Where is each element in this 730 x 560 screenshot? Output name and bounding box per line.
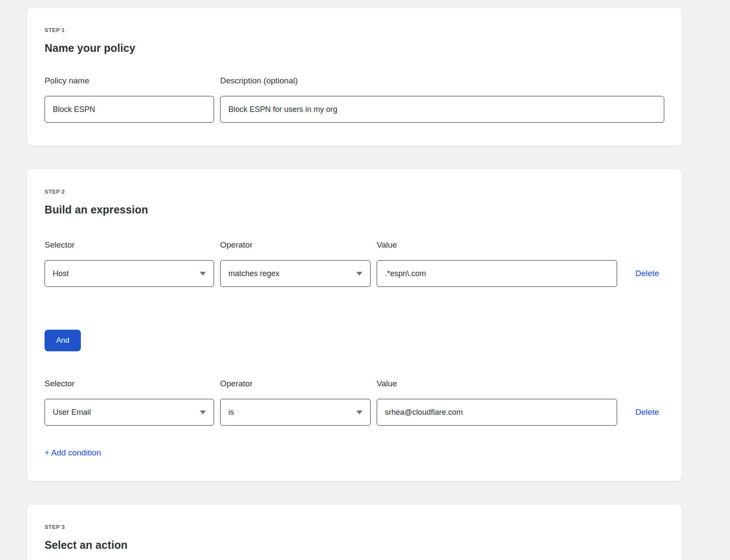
selector-label: Selector: [45, 240, 214, 250]
condition2-operator-group: Operator is: [220, 379, 371, 426]
policy-builder-page: STEP 1 Name your policy Policy name Desc…: [0, 8, 730, 560]
condition2-delete-link[interactable]: Delete: [635, 407, 659, 417]
condition1-selector-dropdown[interactable]: Host: [45, 260, 214, 287]
operator-label: Operator: [220, 240, 371, 250]
condition1-operator-group: Operator matches regex: [220, 240, 371, 287]
condition2-selector-group: Selector User Email: [45, 379, 214, 426]
add-condition-link[interactable]: + Add condition: [45, 448, 101, 458]
value-label: Value: [377, 379, 617, 388]
condition2-operator-value: is: [228, 408, 234, 417]
policy-name-input[interactable]: [45, 96, 214, 123]
operator-label: Operator: [220, 379, 371, 388]
policy-name-field-group: Policy name: [45, 76, 214, 123]
and-button[interactable]: And: [45, 330, 81, 351]
value-label: Value: [377, 240, 617, 250]
step2-title: Build an expression: [45, 203, 664, 216]
condition1-operator-dropdown[interactable]: matches regex: [220, 260, 371, 287]
description-input[interactable]: [220, 96, 664, 123]
condition2-selector-value: User Email: [53, 408, 91, 417]
condition-row-2: Selector User Email Operator is Value De…: [45, 379, 664, 426]
step1-card: STEP 1 Name your policy Policy name Desc…: [27, 8, 682, 146]
policy-name-label: Policy name: [45, 76, 214, 86]
chevron-down-icon: [200, 272, 206, 276]
step2-card: STEP 2 Build an expression Selector Host…: [27, 169, 682, 481]
condition1-value-group: Value: [377, 240, 617, 287]
condition2-operator-dropdown[interactable]: is: [220, 399, 371, 426]
step3-label: STEP 3: [45, 524, 664, 531]
selector-label: Selector: [45, 379, 214, 388]
step3-title: Select an action: [45, 538, 664, 551]
step1-fields-row: Policy name Description (optional): [45, 76, 664, 123]
chevron-down-icon: [356, 410, 362, 414]
step1-title: Name your policy: [45, 41, 664, 54]
chevron-down-icon: [200, 410, 206, 414]
condition2-value-group: Value: [377, 379, 617, 426]
condition1-selector-group: Selector Host: [45, 240, 214, 287]
condition2-value-input[interactable]: [377, 399, 617, 426]
description-field-group: Description (optional): [220, 76, 664, 123]
step2-label: STEP 2: [45, 188, 664, 195]
description-label: Description (optional): [220, 76, 664, 86]
condition1-selector-value: Host: [53, 269, 69, 278]
condition2-selector-dropdown[interactable]: User Email: [45, 399, 214, 426]
condition-row-1: Selector Host Operator matches regex Val…: [45, 240, 664, 287]
condition1-operator-value: matches regex: [228, 269, 279, 278]
step3-card: STEP 3 Select an action: [27, 505, 682, 560]
condition1-value-input[interactable]: [377, 260, 617, 287]
condition1-delete-link[interactable]: Delete: [635, 269, 659, 278]
chevron-down-icon: [356, 272, 362, 276]
step1-label: STEP 1: [45, 27, 664, 34]
